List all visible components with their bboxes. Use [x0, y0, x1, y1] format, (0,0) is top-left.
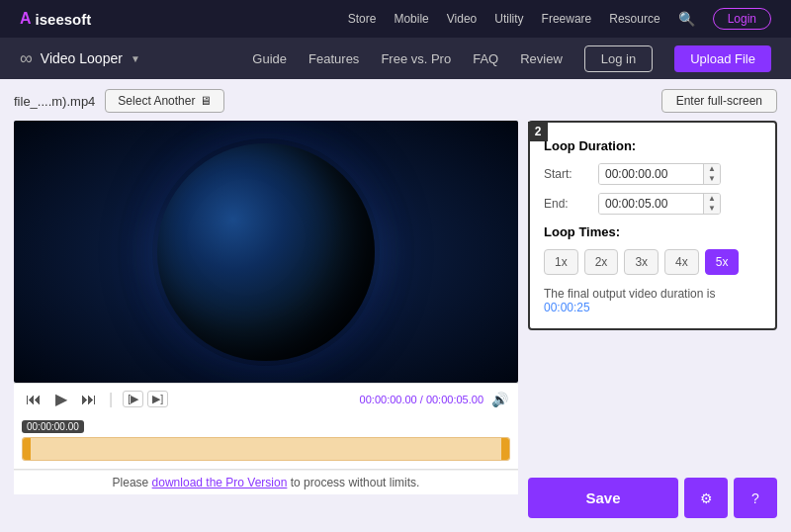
output-text-before: The final output video duration is [544, 287, 715, 301]
sec-nav-left: ∞ Video Looper ▼ [20, 48, 140, 69]
logo: A iseesoft [20, 10, 91, 28]
output-duration: The final output video duration is 00:00… [544, 287, 761, 314]
fullscreen-button[interactable]: Enter full-screen [661, 89, 777, 113]
logo-text: iseesoft [36, 11, 92, 28]
start-increment-button[interactable]: ▲ [704, 164, 720, 174]
right-panel: 2 Loop Duration: Start: ▲ ▼ End: [528, 121, 777, 518]
sec-nav-faq[interactable]: FAQ [473, 51, 498, 66]
sec-nav-review[interactable]: Review [520, 51, 563, 66]
nav-store[interactable]: Store [348, 12, 377, 26]
end-field-row: End: ▲ ▼ [544, 193, 761, 215]
skip-forward-button[interactable]: ⏭ [79, 391, 99, 408]
controls-left: ⏮ ▶ ⏭ | [▶ ▶] [24, 390, 168, 408]
start-spinners: ▲ ▼ [703, 164, 720, 184]
end-increment-button[interactable]: ▲ [704, 194, 720, 204]
video-container [14, 121, 518, 383]
main-content: file_....m).mp4 Select Another 🖥 Enter f… [0, 79, 791, 532]
controls-bar: ⏮ ▶ ⏭ | [▶ ▶] 00:00:00.00 / 00:00:05.00 … [14, 383, 518, 414]
end-input-wrap: ▲ ▼ [598, 193, 721, 215]
upload-file-button[interactable]: Upload File [674, 45, 771, 72]
timeline-handle-right[interactable] [501, 438, 509, 460]
settings-badge: 2 [528, 122, 548, 141]
mark-out-button[interactable]: ▶] [147, 391, 168, 407]
loop-times-title: Loop Times: [544, 224, 761, 239]
loop-4x-button[interactable]: 4x [664, 249, 699, 275]
secondary-navigation: ∞ Video Looper ▼ Guide Features Free vs.… [0, 38, 791, 79]
start-time-input[interactable] [599, 164, 703, 184]
loop-duration-title: Loop Duration: [544, 138, 761, 153]
nav-freeware[interactable]: Freeware [542, 12, 592, 26]
loop-icon: ∞ [20, 48, 33, 69]
save-bar: Save ⚙ ? [528, 472, 777, 518]
loop-settings-box: 2 Loop Duration: Start: ▲ ▼ End: [528, 121, 777, 330]
divider: | [109, 391, 113, 408]
pro-notice: Please download the Pro Version to proce… [14, 470, 518, 494]
end-spinners: ▲ ▼ [703, 194, 720, 214]
main-layout: ⏮ ▶ ⏭ | [▶ ▶] 00:00:00.00 / 00:00:05.00 … [14, 121, 777, 518]
end-decrement-button[interactable]: ▼ [704, 204, 720, 214]
save-button[interactable]: Save [528, 478, 678, 518]
top-login-button[interactable]: Login [713, 8, 771, 30]
start-field-row: Start: ▲ ▼ [544, 163, 761, 185]
timeline-area: 00:00:00.00 [14, 414, 518, 470]
sec-nav-links: Guide Features Free vs. Pro FAQ Review L… [252, 45, 771, 72]
file-bar-left: file_....m).mp4 Select Another 🖥 [14, 89, 224, 113]
play-button[interactable]: ▶ [53, 390, 69, 408]
nav-utility[interactable]: Utility [494, 12, 523, 26]
output-duration-time: 00:00:25 [544, 301, 590, 314]
select-another-label: Select Another [118, 94, 195, 108]
end-label: End: [544, 197, 598, 211]
timestamp-label: 00:00:00.00 [22, 420, 84, 433]
timeline-handle-left[interactable] [23, 438, 31, 460]
start-decrement-button[interactable]: ▼ [704, 174, 720, 184]
pro-notice-text-after: to process without limits. [287, 476, 419, 489]
loop-5x-button[interactable]: 5x [705, 249, 740, 275]
video-panel: ⏮ ▶ ⏭ | [▶ ▶] 00:00:00.00 / 00:00:05.00 … [14, 121, 518, 518]
sec-nav-guide[interactable]: Guide [252, 51, 287, 66]
select-another-button[interactable]: Select Another 🖥 [105, 89, 224, 113]
top-nav-links: Store Mobile Video Utility Freeware Reso… [348, 8, 771, 30]
volume-button[interactable]: 🔊 [491, 392, 508, 407]
start-label: Start: [544, 167, 598, 181]
pro-notice-text-before: Please [113, 476, 152, 489]
loop-1x-button[interactable]: 1x [544, 249, 578, 275]
time-display: 00:00:00.00 / 00:00:05.00 [360, 394, 483, 405]
logo-a: A [20, 10, 32, 28]
search-icon[interactable]: 🔍 [678, 11, 695, 27]
nav-video[interactable]: Video [447, 12, 477, 26]
loop-3x-button[interactable]: 3x [624, 249, 659, 275]
start-input-wrap: ▲ ▼ [598, 163, 721, 185]
top-navigation: A iseesoft Store Mobile Video Utility Fr… [0, 0, 791, 38]
file-name: file_....m).mp4 [14, 94, 95, 109]
end-time-input[interactable] [599, 194, 703, 214]
chevron-down-icon[interactable]: ▼ [131, 53, 140, 64]
mark-in-button[interactable]: [▶ [123, 391, 143, 407]
timeline-track[interactable] [22, 437, 510, 461]
monitor-icon: 🖥 [200, 94, 212, 108]
loop-times-buttons: 1x 2x 3x 4x 5x [544, 249, 761, 275]
save-settings-button[interactable]: ⚙ [684, 478, 728, 518]
bracket-buttons: [▶ ▶] [123, 391, 168, 407]
pro-version-link[interactable]: download the Pro Version [152, 476, 288, 489]
sec-login-button[interactable]: Log in [584, 45, 653, 72]
skip-back-button[interactable]: ⏮ [24, 391, 44, 408]
nav-resource[interactable]: Resource [609, 12, 659, 26]
loop-2x-button[interactable]: 2x [584, 249, 619, 275]
file-bar: file_....m).mp4 Select Another 🖥 Enter f… [14, 89, 777, 113]
tool-title: Video Looper [41, 50, 123, 66]
nav-mobile[interactable]: Mobile [394, 12, 428, 26]
sec-nav-freepro[interactable]: Free vs. Pro [381, 51, 451, 66]
sec-nav-features[interactable]: Features [308, 51, 359, 66]
earth-glow [152, 138, 380, 366]
save-help-button[interactable]: ? [734, 478, 777, 518]
